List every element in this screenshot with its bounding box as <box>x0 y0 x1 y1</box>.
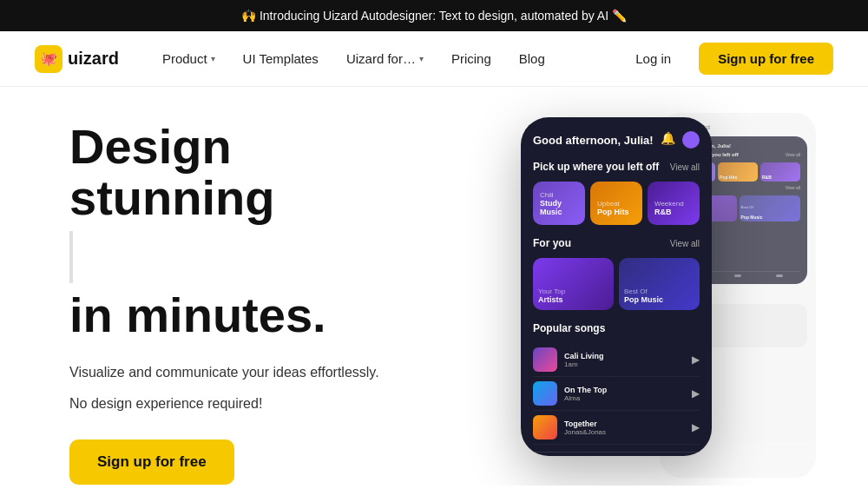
section-title-3: Popular songs <box>533 322 605 334</box>
chevron-down-icon: ▾ <box>211 54 215 63</box>
logo-text: uizard <box>68 49 119 69</box>
bell-icon: 🔔 <box>661 131 675 149</box>
signup-button[interactable]: Sign up for free <box>699 43 833 75</box>
song-artist-3: Jonas&Jonas <box>564 428 685 436</box>
hero-title-line2: stunning <box>69 173 434 224</box>
phone-header-icons: 🔔 <box>661 131 700 149</box>
chevron-down-icon-2: ▾ <box>419 54 424 63</box>
music-card-3: Weekend R&B <box>648 182 700 225</box>
nav-links: Product ▾ UI Templates Uizard for… ▾ Pri… <box>150 44 621 73</box>
song-thumb-1 <box>533 347 557 372</box>
logo[interactable]: 🐙 uizard <box>35 45 119 73</box>
navbar: 🐙 uizard Product ▾ UI Templates Uizard f… <box>0 31 868 87</box>
music-card-title-3: R&B <box>654 208 693 216</box>
for-you-cards: Your Top Artists Best Of Pop Music <box>533 258 700 310</box>
music-card-title-1: Study Music <box>540 199 578 216</box>
hero-section: Design stunning in minutes. Visualize an… <box>0 87 868 486</box>
logo-icon: 🐙 <box>35 45 62 73</box>
song-name-2: On The Top <box>564 386 685 394</box>
song-item-2: On The Top Alma ▶ <box>533 377 700 411</box>
for-you-title-1: Artists <box>538 295 565 305</box>
phone-greeting: Good afternoon, Julia! <box>533 134 654 147</box>
song-artist-1: 1am <box>564 360 685 368</box>
section-title-2: For you <box>533 237 571 249</box>
hero-title-line3: in minutes. <box>69 290 434 341</box>
view-all-1: View all <box>670 162 700 172</box>
play-icon-2: ▶ <box>692 387 700 400</box>
for-you-pop: Best Of Pop Music <box>619 258 700 310</box>
song-info-2: On The Top Alma <box>564 386 685 402</box>
nav-blog[interactable]: Blog <box>507 44 557 73</box>
hero-desc2: No design experience required! <box>69 393 434 415</box>
bg-nav-search <box>734 274 741 277</box>
section-title-1: Pick up where you left off <box>533 161 659 173</box>
play-icon-3: ▶ <box>692 421 700 433</box>
avatar-icon <box>682 131 700 149</box>
songs-list: Cali Living 1am ▶ On The Top Alma ▶ <box>533 343 700 445</box>
music-card-1: Chill Study Music <box>533 182 585 225</box>
bg-nav-library <box>776 274 783 277</box>
nav-templates[interactable]: UI Templates <box>231 44 331 73</box>
phone-header: Good afternoon, Julia! 🔔 <box>533 131 700 149</box>
hero-title-line1: Design <box>69 122 434 173</box>
phone-screen: Good afternoon, Julia! 🔔 Pick up where y… <box>521 117 712 456</box>
music-card-label-3: Weekend <box>654 200 693 208</box>
music-card-2: Upbeat Pop Hits <box>590 182 642 225</box>
mockup-area: 4. Dashboard Good afternoon, Julia! Pick… <box>434 113 799 486</box>
music-cards: Chill Study Music Upbeat Pop Hits Weeken… <box>533 182 700 225</box>
announcement-banner: 🙌 Introducing Uizard Autodesigner: Text … <box>0 0 868 31</box>
song-name-3: Together <box>564 420 685 428</box>
song-thumb-2 <box>533 381 557 406</box>
song-info-1: Cali Living 1am <box>564 352 685 368</box>
hero-divider <box>69 231 73 283</box>
banner-text: 🙌 Introducing Uizard Autodesigner: Text … <box>241 9 627 23</box>
song-artist-2: Alma <box>564 394 685 402</box>
nav-pricing[interactable]: Pricing <box>439 44 503 73</box>
for-you-artists: Your Top Artists <box>533 258 614 310</box>
music-card-label-2: Upbeat <box>597 200 635 208</box>
nav-product[interactable]: Product ▾ <box>150 44 227 73</box>
song-item-3: Together Jonas&Jonas ▶ <box>533 411 700 445</box>
section-header-1: Pick up where you left off View all <box>533 161 700 173</box>
for-you-sub-1: Your Top <box>538 287 565 295</box>
phone-nav: ⌂ ⌕ ☰ <box>533 452 700 456</box>
view-all-2: View all <box>670 239 700 248</box>
bg-card-3: R&B <box>760 162 800 182</box>
song-name-1: Cali Living <box>564 352 685 360</box>
bg-fy-pop: Best OfPop Music <box>740 195 801 221</box>
hero-text: Design stunning in minutes. Visualize an… <box>69 113 434 486</box>
song-item-1: Cali Living 1am ▶ <box>533 343 700 377</box>
bg-card-2: Pop Hits <box>718 162 758 182</box>
music-card-label-1: Chill <box>540 191 578 199</box>
phone-mockup-main: Good afternoon, Julia! 🔔 Pick up where y… <box>521 117 712 456</box>
hero-desc1: Visualize and communicate your ideas eff… <box>69 361 434 384</box>
section-header-3: Popular songs <box>533 322 700 334</box>
song-info-3: Together Jonas&Jonas <box>564 420 685 436</box>
for-you-sub-2: Best Of <box>624 287 663 295</box>
login-button[interactable]: Log in <box>621 44 685 73</box>
section-header-2: For you View all <box>533 237 700 249</box>
hero-cta-button[interactable]: Sign up for free <box>69 439 234 485</box>
for-you-title-2: Pop Music <box>624 295 663 305</box>
music-card-title-2: Pop Hits <box>597 208 635 216</box>
nav-uizard-for[interactable]: Uizard for… ▾ <box>334 44 436 73</box>
song-thumb-3 <box>533 415 557 439</box>
nav-right: Log in Sign up for free <box>621 43 833 75</box>
play-icon-1: ▶ <box>692 354 700 366</box>
